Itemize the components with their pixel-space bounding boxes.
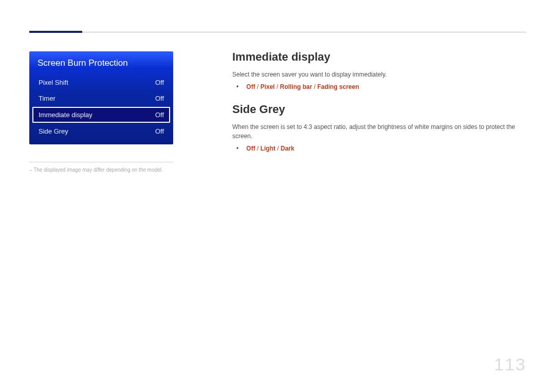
left-note-block: The displayed image may differ depending… <box>29 162 173 174</box>
panel-item-label: Immediate display <box>39 111 92 119</box>
panel-item-label: Timer <box>39 95 55 102</box>
panel-title: Screen Burn Protection <box>29 51 173 74</box>
panel-item-label: Side Grey <box>39 127 68 135</box>
option-line: Off / Pixel / Rolling bar / Fading scree… <box>236 82 525 91</box>
option-value: Pixel <box>261 83 275 90</box>
header-divider <box>82 32 526 32</box>
option-value: Rolling bar <box>280 83 312 90</box>
panel-item-value: Off <box>155 79 164 86</box>
panel-item-label: Pixel Shift <box>39 79 68 86</box>
panel-item-pixel-shift[interactable]: Pixel Shift Off <box>32 74 170 90</box>
section-heading-side-grey: Side Grey <box>232 103 525 116</box>
panel-item-value: Off <box>155 111 164 119</box>
panel-item-timer[interactable]: Timer Off <box>32 90 170 106</box>
section-description: When the screen is set to 4:3 aspect rat… <box>232 122 525 141</box>
option-value: Fading screen <box>317 83 359 90</box>
settings-panel: Screen Burn Protection Pixel Shift Off T… <box>29 51 173 144</box>
option-value: Dark <box>281 145 294 152</box>
header-accent-bar <box>29 31 82 33</box>
section-heading-immediate-display: Immediate display <box>232 50 525 64</box>
option-value: Off <box>246 83 255 90</box>
option-value: Light <box>261 145 275 152</box>
panel-items: Pixel Shift Off Timer Off Immediate disp… <box>29 74 173 141</box>
option-line: Off / Light / Dark <box>236 144 525 153</box>
page-number: 113 <box>494 354 526 375</box>
panel-item-value: Off <box>155 95 164 102</box>
panel-item-value: Off <box>155 127 164 135</box>
panel-item-immediate-display[interactable]: Immediate display Off <box>32 107 170 123</box>
panel-item-side-grey[interactable]: Side Grey Off <box>32 123 170 139</box>
disclaimer-note: The displayed image may differ depending… <box>29 166 173 174</box>
section-description: Select the screen saver you want to disp… <box>232 70 525 79</box>
option-value: Off <box>246 145 255 152</box>
note-divider <box>29 162 173 162</box>
